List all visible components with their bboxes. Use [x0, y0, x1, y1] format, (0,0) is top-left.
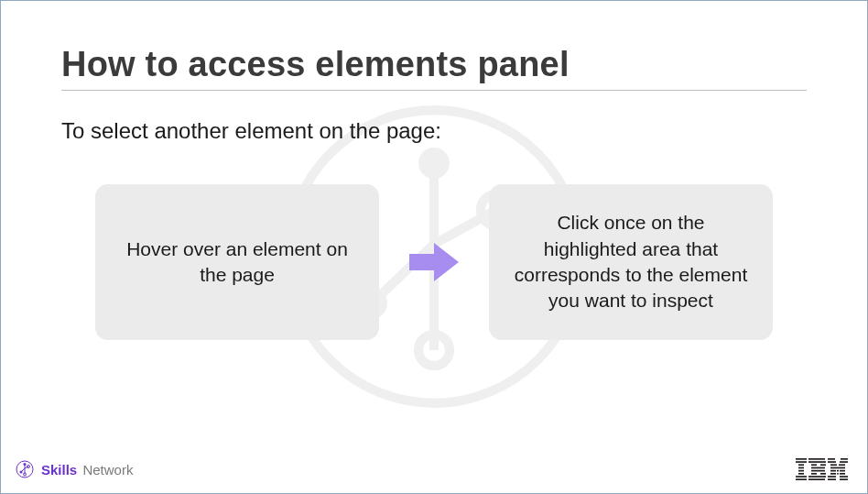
slide-title: How to access elements panel [61, 45, 807, 84]
skills-network-brand: Skills Network [16, 460, 133, 478]
svg-rect-25 [808, 458, 825, 460]
step-card-1: Hover over an element on the page [95, 184, 379, 340]
svg-rect-26 [808, 461, 826, 463]
svg-rect-42 [830, 470, 836, 472]
svg-rect-23 [796, 476, 807, 478]
svg-rect-27 [811, 464, 817, 466]
svg-rect-18 [796, 461, 807, 463]
slide: How to access elements panel To select a… [0, 0, 868, 494]
svg-point-13 [20, 471, 23, 474]
network-word: Network [82, 462, 133, 478]
svg-rect-45 [830, 473, 836, 475]
svg-rect-22 [798, 473, 804, 475]
svg-rect-48 [840, 476, 848, 478]
svg-rect-17 [796, 458, 807, 460]
svg-rect-40 [839, 464, 845, 466]
svg-rect-50 [840, 478, 848, 480]
arrow-right-icon [405, 235, 463, 290]
svg-rect-32 [820, 473, 826, 475]
svg-rect-36 [841, 458, 848, 460]
svg-rect-24 [796, 478, 807, 480]
svg-rect-43 [837, 470, 839, 472]
skills-word: Skills [41, 462, 77, 478]
svg-rect-39 [830, 464, 837, 466]
svg-rect-28 [820, 464, 826, 466]
svg-rect-30 [811, 470, 825, 472]
svg-point-2 [418, 148, 450, 179]
svg-rect-31 [811, 473, 817, 475]
step-card-2-text: Click once on the highlighted area that … [513, 210, 749, 313]
skills-network-icon [16, 460, 34, 478]
svg-rect-33 [808, 476, 826, 478]
svg-rect-38 [840, 461, 848, 463]
step-flow: Hover over an element on the page Click … [61, 184, 807, 340]
title-divider [61, 90, 807, 91]
svg-rect-20 [798, 467, 804, 469]
svg-point-11 [24, 463, 27, 466]
ibm-logo [796, 458, 849, 480]
svg-rect-47 [828, 476, 836, 478]
step-card-2: Click once on the highlighted area that … [489, 184, 773, 340]
svg-rect-21 [798, 470, 804, 472]
slide-footer: Skills Network [1, 458, 867, 480]
step-card-1-text: Hover over an element on the page [119, 236, 355, 289]
svg-rect-37 [828, 461, 836, 463]
svg-rect-41 [830, 467, 845, 469]
svg-rect-51 [837, 473, 839, 475]
svg-rect-49 [828, 478, 836, 480]
svg-rect-35 [828, 458, 835, 460]
svg-rect-34 [808, 478, 825, 480]
svg-rect-19 [798, 464, 804, 466]
svg-rect-44 [840, 470, 845, 472]
svg-marker-8 [409, 243, 459, 281]
slide-subtitle: To select another element on the page: [61, 118, 807, 144]
svg-rect-29 [811, 467, 825, 469]
svg-rect-46 [840, 473, 845, 475]
